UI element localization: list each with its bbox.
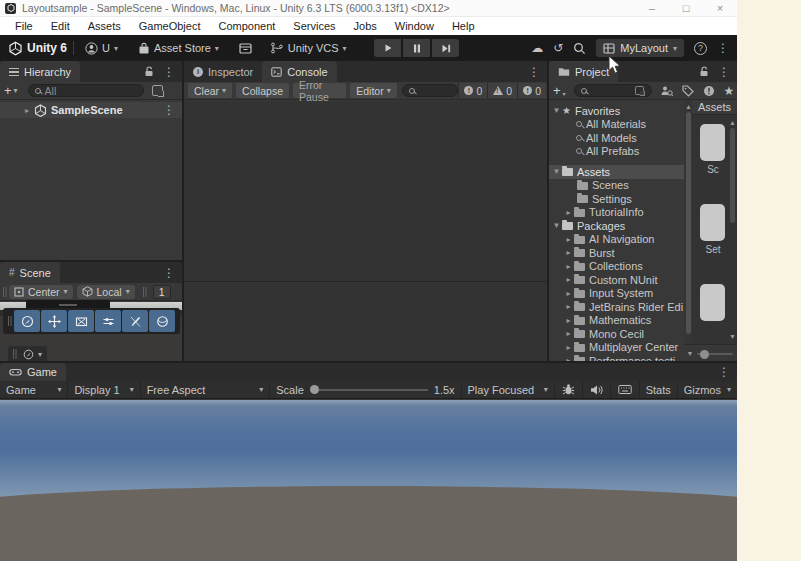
scroll-up-icon[interactable]: ▲ [729,119,736,126]
tree-item-input-system[interactable]: ▸ Input System [549,287,684,301]
debug-bug-icon[interactable] [555,383,582,396]
create-asset-button[interactable]: + ▾ [549,83,570,98]
foldout-icon[interactable]: ▸ [563,356,574,361]
foldout-icon[interactable]: ▸ [563,208,574,217]
menu-item-window[interactable]: Window [386,17,443,35]
console-log-area[interactable] [184,101,547,361]
overlay-drag-handle[interactable] [13,349,14,359]
foldout-icon[interactable]: ▸ [563,329,574,338]
create-menu-button[interactable]: + ▾ [0,83,22,98]
foldout-icon[interactable]: ▼ [551,167,562,176]
foldout-icon[interactable]: ▸ [563,248,574,257]
pivot-dropdown[interactable]: Center ▾ [9,285,73,299]
tree-item-tutorialinfo[interactable]: ▸ TutorialInfo [549,206,684,220]
panel-menu-icon[interactable]: ⋮ [163,266,175,280]
scroll-down-icon[interactable]: ▼ [687,350,694,357]
asset-thumbnail-scenes[interactable] [700,124,725,161]
toolbar-kebab-icon[interactable]: ⋮ [717,41,729,55]
foldout-icon[interactable]: ▸ [563,302,574,311]
foldout-icon[interactable]: ▸ [563,262,574,271]
scale-slider[interactable] [310,385,428,395]
scene-picker-icon[interactable] [152,85,163,96]
maximize-button[interactable]: □ [669,1,703,16]
menu-item-assets[interactable]: Assets [79,17,130,35]
tab-hierarchy[interactable]: Hierarchy [0,61,80,82]
move-tool-button[interactable] [41,310,67,332]
tree-item-settings[interactable]: Settings [549,192,684,206]
brush-tool-button[interactable] [122,310,148,332]
tree-item-mono-cecil[interactable]: ▸ Mono Cecil [549,327,684,341]
tab-inspector[interactable]: i Inspector [184,61,262,82]
scrollbar-thumb[interactable] [730,128,735,223]
cloud-icon[interactable]: ☁ [531,42,543,54]
foldout-icon[interactable]: ▼ [551,106,562,115]
clear-button[interactable]: Clear ▾ [188,83,232,98]
step-button[interactable] [432,39,459,57]
slider-knob[interactable] [700,350,709,359]
warning-count-toggle[interactable]: ! 0 [487,83,517,98]
editor-dropdown[interactable]: Editor ▾ [350,83,396,98]
overlay-drag-handle[interactable] [8,316,9,326]
tree-item-favorites[interactable]: ▼ ★ Favorites [549,104,684,118]
display-dropdown[interactable]: Display 1 ▾ [68,381,139,398]
tree-item-custom-nunit[interactable]: ▸ Custom NUnit [549,273,684,287]
menu-item-help[interactable]: Help [443,17,484,35]
slider-knob[interactable] [310,385,319,394]
panel-menu-icon[interactable]: ⋮ [163,65,175,79]
aspect-dropdown[interactable]: Free Aspect ▾ [141,381,270,398]
tree-item-packages[interactable]: ▼ Packages [549,219,684,233]
search-icon[interactable] [573,42,586,55]
rect-tool-button[interactable] [68,310,94,332]
tree-item-collections[interactable]: ▸ Collections [549,260,684,274]
foldout-icon[interactable]: ▸ [563,343,574,352]
stats-toggle[interactable]: Stats [640,381,677,398]
menu-item-file[interactable]: File [6,17,42,35]
info-count-toggle[interactable]: ! 0 [458,83,487,98]
orientation-dropdown[interactable]: Local ▾ [77,285,135,299]
tree-item-jetbrains-rider[interactable]: ▸ JetBrains Rider Edi [549,300,684,314]
scrollbar-thumb[interactable] [686,112,691,334]
account-dropdown[interactable]: U ▾ [80,38,123,58]
panel-menu-icon[interactable]: ⋮ [718,365,730,379]
tree-item-all-prefabs[interactable]: All Prefabs [549,145,684,159]
panel-menu-icon[interactable]: ⋮ [528,65,540,79]
package-manager-button[interactable] [234,38,257,58]
panel-menu-icon[interactable]: ⋮ [718,65,730,79]
asset-store-dropdown[interactable]: Asset Store ▾ [133,38,224,58]
console-search-input[interactable] [402,84,459,97]
tree-item-assets[interactable]: ▼ Assets [549,165,684,179]
history-icon[interactable]: ↺ [553,42,563,54]
foldout-icon[interactable]: ▸ [22,106,32,115]
foldout-icon[interactable]: ▸ [563,275,574,284]
tree-scrollbar[interactable]: ▲ [684,100,692,344]
asset-grid-pane[interactable]: Sc Set ▲ ▼ [692,115,737,344]
hierarchy-search-input[interactable]: All [28,84,144,97]
menu-item-edit[interactable]: Edit [42,17,79,35]
mute-audio-icon[interactable] [583,384,610,396]
hidden-packages-icon[interactable] [703,85,715,97]
close-button[interactable]: × [703,1,737,16]
unlock-icon[interactable] [144,66,154,77]
error-count-toggle[interactable]: ! 0 [517,83,546,98]
menu-item-gameobject[interactable]: GameObject [130,17,210,35]
foldout-icon[interactable]: ▸ [563,316,574,325]
game-viewport[interactable] [0,400,737,561]
view-tool-button[interactable] [14,310,40,332]
keyboard-shortcuts-icon[interactable] [611,384,639,395]
menu-item-jobs[interactable]: Jobs [345,17,386,35]
tab-game[interactable]: Game [0,363,66,381]
row-menu-icon[interactable]: ⋮ [163,103,175,117]
scroll-down-icon[interactable]: ▼ [729,333,736,340]
view-options-overlay[interactable]: ▾ [8,346,47,361]
overlay-drag-handle[interactable] [143,287,144,297]
tree-item-scenes[interactable]: Scenes [549,179,684,193]
pause-button[interactable] [403,39,430,57]
play-focused-dropdown[interactable]: Play Focused ▾ [462,381,554,398]
tree-item-burst[interactable]: ▸ Burst [549,246,684,260]
asset-thumbnail-tutorialinfo[interactable] [700,284,725,321]
tree-item-performance-testing[interactable]: ▸ Performance testi [549,354,684,361]
custom-tool-button[interactable] [149,310,175,332]
tree-item-mathematics[interactable]: ▸ Mathematics [549,314,684,328]
favorites-filter-icon[interactable]: ★ [724,85,735,97]
grid-scrollbar[interactable]: ▲ ▼ [728,117,736,342]
